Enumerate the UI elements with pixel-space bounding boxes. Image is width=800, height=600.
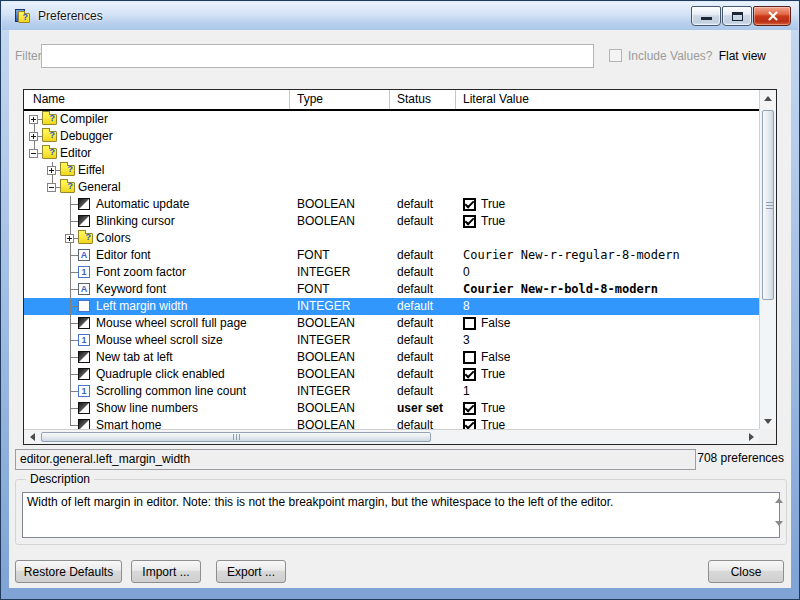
pref-name: Compiler bbox=[60, 111, 108, 128]
scroll-down-button[interactable] bbox=[760, 413, 776, 429]
flat-view-button[interactable]: Flat view bbox=[719, 49, 766, 63]
pref-name: Smart home bbox=[96, 417, 161, 429]
close-window-button[interactable] bbox=[753, 6, 791, 26]
pref-name: Mouse wheel scroll size bbox=[96, 332, 223, 349]
pref-name: Show line numbers bbox=[96, 400, 198, 417]
table-row[interactable]: Blinking cursorBOOLEANdefaultTrue bbox=[24, 213, 759, 230]
folder-icon bbox=[42, 114, 57, 125]
pref-name-cell: Smart home bbox=[24, 417, 290, 429]
scroll-right-button[interactable] bbox=[743, 430, 759, 444]
vertical-scrollbar[interactable] bbox=[759, 90, 776, 429]
pref-value-label: Courier New-r-bold-8-modern bbox=[463, 281, 658, 298]
checked-checkbox-icon[interactable] bbox=[463, 368, 476, 381]
boolean-icon bbox=[78, 351, 90, 363]
horizontal-scrollbar-thumb[interactable] bbox=[41, 432, 431, 442]
include-values-checkbox[interactable] bbox=[609, 49, 622, 62]
pref-value-label: 0 bbox=[463, 264, 470, 281]
pref-value-label: 1 bbox=[463, 383, 470, 400]
pref-status bbox=[390, 230, 456, 247]
unchecked-checkbox-icon[interactable] bbox=[463, 351, 476, 364]
pref-literal-value-cell: 8 bbox=[456, 298, 759, 315]
pref-value-label: True bbox=[481, 196, 505, 213]
tree-connector-line bbox=[70, 340, 78, 341]
expand-plus-icon[interactable] bbox=[65, 234, 74, 243]
description-scroll-up-icon[interactable] bbox=[775, 484, 783, 498]
pref-literal-value-cell: True bbox=[456, 400, 759, 417]
pref-name-cell: Mouse wheel scroll size bbox=[24, 332, 290, 349]
font-icon bbox=[78, 283, 90, 295]
table-row[interactable]: Quadruple click enabledBOOLEANdefaultTru… bbox=[24, 366, 759, 383]
pref-value-label: True bbox=[481, 213, 505, 230]
collapse-minus-icon[interactable] bbox=[47, 183, 56, 192]
pref-literal-value-cell: 0 bbox=[456, 264, 759, 281]
vertical-scrollbar-thumb[interactable] bbox=[762, 110, 774, 300]
description-scroll-down-icon[interactable] bbox=[775, 526, 783, 540]
table-row[interactable]: Compiler bbox=[24, 111, 759, 128]
boolean-icon bbox=[78, 368, 90, 380]
restore-defaults-button[interactable]: Restore Defaults bbox=[15, 560, 122, 583]
column-header-literal-value[interactable]: Literal Value bbox=[456, 90, 759, 109]
window-title: Preferences bbox=[38, 9, 103, 23]
unchecked-checkbox-icon[interactable] bbox=[463, 317, 476, 330]
title-bar[interactable]: Preferences bbox=[2, 2, 798, 30]
table-row[interactable]: New tab at leftBOOLEANdefaultFalse bbox=[24, 349, 759, 366]
pref-name-cell: Automatic update bbox=[24, 196, 290, 213]
pref-type: BOOLEAN bbox=[290, 400, 390, 417]
table-row[interactable]: Debugger bbox=[24, 128, 759, 145]
minimize-button[interactable] bbox=[691, 6, 721, 26]
tree-connector-line bbox=[70, 272, 78, 273]
expand-plus-icon[interactable] bbox=[47, 166, 56, 175]
scroll-left-button[interactable] bbox=[24, 430, 40, 444]
collapse-minus-icon[interactable] bbox=[29, 149, 38, 158]
pref-type bbox=[290, 128, 390, 145]
table-row[interactable]: Left margin widthINTEGERdefault8 bbox=[24, 298, 759, 315]
table-row[interactable]: Mouse wheel scroll sizeINTEGERdefault3 bbox=[24, 332, 759, 349]
table-row[interactable]: Eiffel bbox=[24, 162, 759, 179]
description-text[interactable]: Width of left margin in editor. Note: th… bbox=[22, 492, 780, 538]
preferences-app-icon bbox=[15, 9, 31, 25]
table-row[interactable]: Mouse wheel scroll full pageBOOLEANdefau… bbox=[24, 315, 759, 332]
checked-checkbox-icon[interactable] bbox=[463, 419, 476, 429]
scroll-up-button[interactable] bbox=[760, 90, 776, 106]
expand-plus-icon[interactable] bbox=[29, 115, 38, 124]
table-row[interactable]: Editor bbox=[24, 145, 759, 162]
table-row[interactable]: Keyword fontFONTdefaultCourier New-r-bol… bbox=[24, 281, 759, 298]
table-row[interactable]: Smart homeBOOLEANdefaultTrue bbox=[24, 417, 759, 429]
column-header-type[interactable]: Type bbox=[290, 90, 390, 109]
table-row[interactable]: General bbox=[24, 179, 759, 196]
pref-type: INTEGER bbox=[290, 332, 390, 349]
pref-literal-value-cell: True bbox=[456, 366, 759, 383]
arrow-down-icon bbox=[764, 419, 772, 424]
pref-name: Blinking cursor bbox=[96, 213, 175, 230]
description-group-label: Description bbox=[26, 472, 94, 486]
filter-input[interactable] bbox=[41, 44, 594, 68]
table-row[interactable]: Colors bbox=[24, 230, 759, 247]
checked-checkbox-icon[interactable] bbox=[463, 402, 476, 415]
arrow-up-icon bbox=[764, 96, 772, 101]
column-header-name[interactable]: Name bbox=[24, 90, 290, 109]
pref-type bbox=[290, 145, 390, 162]
tree-connector-line bbox=[70, 357, 78, 358]
arrow-right-icon bbox=[749, 433, 754, 441]
folder-icon bbox=[78, 233, 93, 244]
table-row[interactable]: Font zoom factorINTEGERdefault0 bbox=[24, 264, 759, 281]
pref-name-cell: Debugger bbox=[24, 128, 290, 145]
pref-value-label: Courier New-r-regular-8-modern bbox=[463, 247, 680, 264]
import-button[interactable]: Import ... bbox=[131, 560, 201, 583]
column-header-status[interactable]: Status bbox=[390, 90, 456, 109]
maximize-button[interactable] bbox=[722, 6, 752, 26]
table-row[interactable]: Automatic updateBOOLEANdefaultTrue bbox=[24, 196, 759, 213]
close-button[interactable]: Close bbox=[708, 560, 784, 583]
table-row[interactable]: Show line numbersBOOLEANuser setTrue bbox=[24, 400, 759, 417]
horizontal-scrollbar[interactable] bbox=[24, 429, 759, 444]
pref-type: BOOLEAN bbox=[290, 213, 390, 230]
export-button[interactable]: Export ... bbox=[216, 560, 286, 583]
expand-plus-icon[interactable] bbox=[29, 132, 38, 141]
table-row[interactable]: Editor fontFONTdefaultCourier New-r-regu… bbox=[24, 247, 759, 264]
tree-connector-line bbox=[70, 374, 78, 375]
table-row[interactable]: Scrolling common line countINTEGERdefaul… bbox=[24, 383, 759, 400]
pref-value-label: False bbox=[481, 349, 510, 366]
checked-checkbox-icon[interactable] bbox=[463, 198, 476, 211]
integer-icon bbox=[78, 385, 90, 397]
checked-checkbox-icon[interactable] bbox=[463, 215, 476, 228]
